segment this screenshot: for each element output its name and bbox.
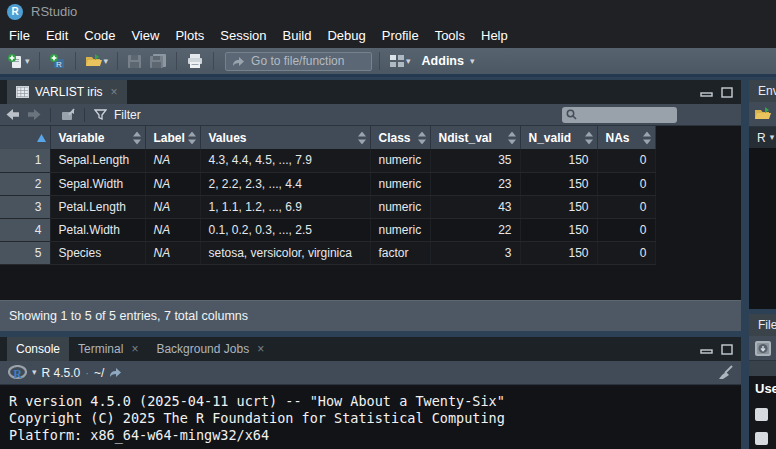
goto-file-function-input[interactable]	[251, 54, 365, 68]
environment-pane: Envi R ▾	[749, 80, 776, 309]
console-line: Platform: x86_64-w64-mingw32/x64	[9, 427, 741, 444]
save-button[interactable]	[125, 52, 144, 71]
menu-help[interactable]: Help	[473, 24, 516, 47]
table-header-row: Variable Label Values Class Ndist_val N_…	[0, 126, 655, 149]
column-header-ndist-val[interactable]: Ndist_val	[430, 126, 520, 149]
open-folder-icon	[85, 53, 103, 69]
console-line: R version 4.5.0 (2025-04-11 ucrt) -- "Ho…	[9, 393, 741, 410]
close-icon[interactable]: ×	[111, 85, 118, 99]
menu-bar: File Edit Code View Plots Session Build …	[0, 23, 776, 48]
viewer-search-box[interactable]	[562, 107, 677, 123]
viewer-toolbar: Filter	[0, 104, 741, 126]
column-header-values[interactable]: Values	[200, 126, 370, 149]
sort-both-icon	[643, 131, 651, 144]
menu-plots[interactable]: Plots	[167, 24, 212, 47]
sort-asc-icon	[37, 134, 46, 142]
close-icon[interactable]: ×	[131, 342, 138, 356]
tab-background-jobs[interactable]: Background Jobs ×	[147, 337, 273, 361]
console-line: Copyright (C) 2025 The R Foundation for …	[9, 410, 741, 427]
tab-environment[interactable]: Envi	[749, 80, 776, 102]
menu-code[interactable]: Code	[76, 24, 123, 47]
minimize-icon[interactable]	[700, 344, 713, 354]
table-row[interactable]: 4 Petal.Width NA 0.1, 0.2, 0.3, ..., 2.5…	[0, 218, 655, 241]
menu-file[interactable]: File	[1, 24, 38, 47]
toolbar-separator	[39, 52, 40, 70]
r-version-caret-icon[interactable]: ▾	[32, 368, 37, 377]
files-list: User	[749, 376, 776, 449]
column-header-n-valid[interactable]: N_valid	[520, 126, 597, 149]
file-row[interactable]	[755, 426, 776, 449]
sort-both-icon	[358, 131, 366, 144]
panes-caret-icon: ▾	[406, 57, 411, 66]
close-icon[interactable]: ×	[257, 342, 264, 356]
save-icon	[127, 54, 142, 69]
forward-icon[interactable]	[27, 109, 41, 120]
new-blank-file-icon[interactable]	[754, 340, 772, 357]
menu-edit[interactable]: Edit	[38, 24, 76, 47]
column-header-nas[interactable]: NAs	[597, 126, 655, 149]
minimize-icon[interactable]	[700, 87, 713, 97]
new-file-button[interactable]: ▾	[5, 51, 32, 72]
goto-directory-icon[interactable]	[109, 367, 122, 378]
viewer-search-input[interactable]	[581, 109, 673, 121]
new-file-caret-icon: ▾	[25, 57, 30, 66]
menu-tools[interactable]: Tools	[427, 24, 473, 47]
toolbar-separator	[213, 52, 214, 70]
save-all-button[interactable]	[147, 51, 169, 71]
variables-table: Variable Label Values Class Ndist_val N_…	[0, 126, 656, 265]
menu-view[interactable]: View	[123, 24, 167, 47]
spreadsheet-icon	[16, 86, 29, 98]
column-header-variable[interactable]: Variable	[50, 126, 145, 149]
console-pane: Console Terminal × Background Jobs × R ▾…	[0, 337, 741, 449]
maximize-icon[interactable]	[721, 87, 733, 98]
search-icon	[566, 109, 577, 120]
table-row[interactable]: 3 Petal.Length NA 1, 1.1, 1.2, ..., 6.9 …	[0, 195, 655, 218]
r-version-label[interactable]: R 4.5.0	[42, 366, 81, 380]
title-bar: R RStudio	[0, 0, 776, 23]
table-row[interactable]: 5 Species NA setosa, versicolor, virgini…	[0, 241, 655, 264]
maximize-icon[interactable]	[721, 344, 733, 355]
file-checkbox[interactable]	[755, 408, 768, 421]
table-row[interactable]: 2 Sepal.Width NA 2, 2.2, 2.3, ..., 4.4 n…	[0, 172, 655, 195]
panes-layout-button[interactable]: ▾	[387, 52, 413, 70]
menu-debug[interactable]: Debug	[319, 24, 373, 47]
back-icon[interactable]	[6, 109, 20, 120]
files-pane: Files User	[749, 314, 776, 449]
filter-icon[interactable]	[94, 109, 107, 120]
popout-window-icon[interactable]	[60, 108, 75, 121]
file-checkbox[interactable]	[755, 432, 768, 445]
files-path-header[interactable]: User	[755, 381, 776, 396]
environment-language-selector[interactable]: R ▾	[749, 127, 776, 148]
print-button[interactable]	[184, 51, 206, 71]
column-header-rownum[interactable]	[0, 126, 50, 149]
table-row[interactable]: 1 Sepal.Length NA 4.3, 4.4, 4.5, ..., 7.…	[0, 149, 655, 172]
environment-toolbar	[749, 102, 776, 127]
sort-both-icon	[418, 131, 426, 144]
sort-both-icon	[133, 131, 141, 144]
toolbar-separator	[176, 52, 177, 70]
menu-build[interactable]: Build	[275, 24, 320, 47]
menu-profile[interactable]: Profile	[374, 24, 427, 47]
tab-terminal[interactable]: Terminal ×	[69, 337, 147, 361]
tab-varlist-iris[interactable]: VARLIST iris ×	[7, 80, 127, 104]
working-directory-label[interactable]: ~/	[94, 366, 104, 380]
goto-file-function-box[interactable]	[225, 52, 372, 71]
goto-arrow-icon	[232, 56, 245, 67]
toolbar-separator	[117, 52, 118, 70]
menu-session[interactable]: Session	[212, 24, 274, 47]
filter-button[interactable]: Filter	[114, 108, 141, 122]
tab-files[interactable]: Files	[749, 314, 776, 336]
tab-console[interactable]: Console	[7, 337, 69, 361]
clear-console-icon[interactable]	[716, 365, 733, 380]
table-status-bar: Showing 1 to 5 of 5 entries, 7 total col…	[0, 300, 741, 331]
column-header-class[interactable]: Class	[370, 126, 430, 149]
addins-button[interactable]: Addins	[422, 54, 464, 68]
new-project-button[interactable]: R	[47, 51, 68, 72]
column-header-label[interactable]: Label	[145, 126, 200, 149]
console-window-controls	[700, 337, 733, 361]
load-workspace-folder-icon[interactable]	[754, 106, 773, 122]
file-row[interactable]	[755, 402, 776, 426]
panes-grid-icon	[389, 54, 405, 68]
open-file-button[interactable]: ▾	[83, 51, 111, 71]
new-project-icon: R	[49, 53, 66, 70]
